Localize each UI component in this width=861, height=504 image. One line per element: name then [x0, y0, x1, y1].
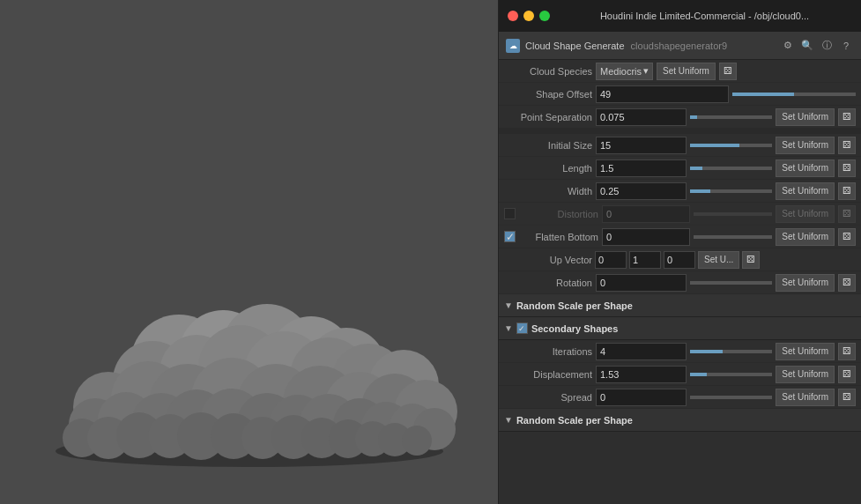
spread-dice[interactable]: ⚄: [838, 389, 856, 406]
up-vector-dice[interactable]: ⚄: [742, 251, 760, 269]
close-button[interactable]: [508, 11, 518, 21]
info-icon[interactable]: ⓘ: [819, 38, 835, 54]
header-icons: ⚙ 🔍 ⓘ ?: [780, 38, 854, 54]
properties-panel: Cloud Species Mediocris ▾ Set Uniform ⚄ …: [499, 60, 861, 504]
flatten-bottom-slider[interactable]: [694, 235, 773, 239]
cloud-species-label: Cloud Species: [504, 66, 592, 77]
cloud-species-dice[interactable]: ⚄: [719, 63, 737, 80]
width-label: Width: [504, 186, 592, 196]
iterations-slider[interactable]: [690, 350, 772, 353]
displacement-slider[interactable]: [690, 373, 772, 376]
length-slider[interactable]: [690, 167, 772, 170]
secondary-shapes-label: Secondary Shapes: [531, 323, 618, 334]
up-vector-y[interactable]: [629, 251, 661, 269]
width-row: Width Set Uniform ⚄: [499, 180, 861, 203]
rotation-row: Rotation Set Uniform ⚄: [499, 271, 861, 294]
up-vector-z[interactable]: [664, 251, 695, 269]
initial-size-set-uniform[interactable]: Set Uniform: [776, 137, 835, 154]
rotation-dice[interactable]: ⚄: [838, 274, 856, 292]
point-separation-input[interactable]: [596, 108, 687, 126]
cloud-scene: [0, 0, 498, 504]
distortion-checkbox[interactable]: [504, 208, 516, 219]
shape-offset-label: Shape Offset: [504, 89, 592, 100]
length-label: Length: [504, 163, 592, 174]
iterations-label: Iterations: [504, 346, 592, 357]
settings-icon[interactable]: ⚙: [780, 38, 796, 54]
traffic-lights: [508, 11, 550, 21]
flatten-bottom-set-uniform[interactable]: Set Uniform: [776, 228, 835, 246]
search-icon[interactable]: 🔍: [799, 38, 815, 54]
distortion-input[interactable]: [602, 205, 690, 223]
initial-size-input[interactable]: [596, 137, 687, 154]
initial-size-row: Initial Size Set Uniform ⚄: [499, 134, 861, 157]
distortion-dice[interactable]: ⚄: [838, 205, 856, 223]
point-separation-dice[interactable]: ⚄: [838, 108, 856, 126]
iterations-set-uniform[interactable]: Set Uniform: [776, 343, 835, 360]
width-set-uniform[interactable]: Set Uniform: [776, 182, 835, 200]
right-panel: Houdini Indie Limited-Commercial - /obj/…: [498, 0, 861, 504]
length-set-uniform[interactable]: Set Uniform: [776, 159, 835, 177]
node-header: ☁ Cloud Shape Generate cloudshapegenerat…: [499, 32, 861, 60]
spread-slider[interactable]: [690, 396, 772, 399]
up-vector-set-uniform[interactable]: Set U...: [698, 251, 739, 269]
flatten-bottom-row: ✓ Flatten Bottom Set Uniform ⚄: [499, 226, 861, 248]
rotation-slider[interactable]: [690, 281, 772, 285]
point-separation-set-uniform[interactable]: Set Uniform: [776, 108, 835, 126]
point-separation-row: Point Separation Set Uniform ⚄: [499, 106, 861, 129]
secondary-shapes-arrow: ▼: [504, 323, 513, 333]
length-dice[interactable]: ⚄: [838, 159, 856, 177]
distortion-label: Distortion: [519, 209, 598, 219]
shape-offset-row: Shape Offset: [499, 83, 861, 106]
length-input[interactable]: [596, 159, 687, 177]
shape-offset-slider[interactable]: [732, 93, 857, 96]
width-slider[interactable]: [690, 189, 772, 193]
cloud-species-set-uniform[interactable]: Set Uniform: [657, 63, 716, 80]
up-vector-x[interactable]: [595, 251, 627, 269]
distortion-row: Distortion Set Uniform ⚄: [499, 203, 861, 226]
length-row: Length Set Uniform ⚄: [499, 157, 861, 180]
distortion-slider: [694, 212, 773, 216]
initial-size-label: Initial Size: [504, 140, 592, 151]
spread-row: Spread Set Uniform ⚄: [499, 386, 861, 409]
title-bar: Houdini Indie Limited-Commercial - /obj/…: [499, 0, 861, 32]
iterations-input[interactable]: [596, 343, 687, 360]
displacement-label: Displacement: [504, 369, 592, 380]
spread-label: Spread: [504, 392, 592, 403]
up-vector-label: Up Vector: [504, 255, 592, 265]
iterations-dice[interactable]: ⚄: [838, 343, 856, 360]
random-scale-label: Random Scale per Shape: [516, 300, 633, 311]
initial-size-slider[interactable]: [690, 144, 772, 147]
random-scale2-arrow: ▼: [504, 415, 513, 425]
secondary-shapes-section[interactable]: ▼ ✓ Secondary Shapes: [499, 317, 861, 340]
node-name: Cloud Shape Generate cloudshapegenerator…: [525, 41, 775, 51]
flatten-bottom-input[interactable]: [602, 228, 690, 246]
displacement-row: Displacement Set Uniform ⚄: [499, 363, 861, 386]
random-scale-arrow: ▼: [504, 300, 513, 310]
random-scale2-section[interactable]: ▼ Random Scale per Shape: [499, 409, 861, 432]
spread-set-uniform[interactable]: Set Uniform: [776, 389, 835, 406]
node-icon: ☁: [506, 39, 520, 53]
displacement-input[interactable]: [596, 366, 687, 383]
flatten-bottom-checkbox[interactable]: ✓: [504, 231, 516, 242]
spread-input[interactable]: [596, 389, 687, 406]
point-separation-slider[interactable]: [690, 115, 772, 119]
cloud-species-dropdown[interactable]: Mediocris ▾: [596, 63, 653, 80]
secondary-shapes-checkbox[interactable]: ✓: [516, 322, 528, 334]
flatten-bottom-dice[interactable]: ⚄: [838, 228, 856, 246]
iterations-row: Iterations Set Uniform ⚄: [499, 340, 861, 363]
maximize-button[interactable]: [539, 11, 550, 21]
displacement-dice[interactable]: ⚄: [838, 366, 856, 383]
width-dice[interactable]: ⚄: [838, 182, 856, 200]
rotation-set-uniform[interactable]: Set Uniform: [776, 274, 835, 292]
minimize-button[interactable]: [523, 11, 534, 21]
shape-offset-input[interactable]: [596, 85, 729, 103]
rotation-input[interactable]: [596, 274, 687, 292]
random-scale-section[interactable]: ▼ Random Scale per Shape: [499, 294, 861, 317]
width-input[interactable]: [596, 182, 687, 200]
distortion-set-uniform[interactable]: Set Uniform: [776, 205, 835, 223]
displacement-set-uniform[interactable]: Set Uniform: [776, 366, 835, 383]
help-icon[interactable]: ?: [838, 38, 854, 54]
flatten-bottom-label: Flatten Bottom: [519, 232, 598, 242]
initial-size-dice[interactable]: ⚄: [838, 137, 856, 154]
svg-point-46: [402, 426, 432, 456]
